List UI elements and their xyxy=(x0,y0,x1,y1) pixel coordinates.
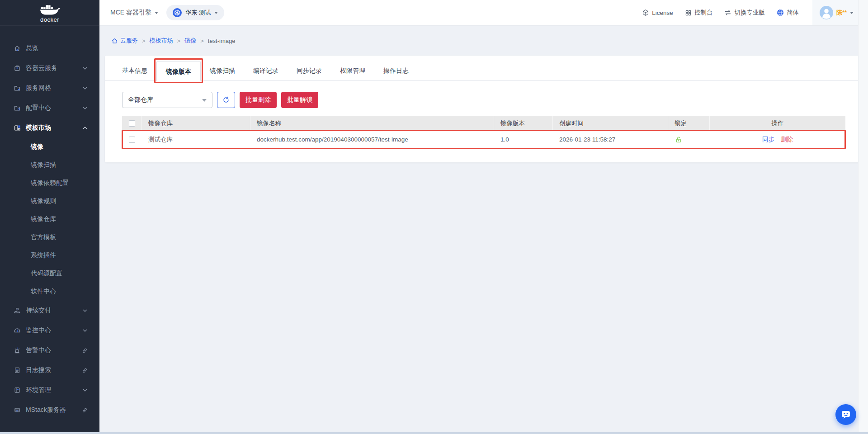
chevron-down-icon xyxy=(82,85,88,91)
cluster-selector[interactable]: 华东-测试 xyxy=(166,5,224,20)
batch-unlock-button[interactable]: 批量解锁 xyxy=(281,92,318,108)
select-all-checkbox[interactable] xyxy=(129,120,135,127)
refresh-icon xyxy=(222,96,230,104)
template-market-icon xyxy=(14,124,21,132)
breadcrumb-images-link[interactable]: 镜像 xyxy=(184,37,196,45)
sidebar-item-label: 持续交付 xyxy=(26,307,51,315)
license-icon xyxy=(642,9,649,16)
sidebar-item-images[interactable]: 镜像 xyxy=(0,138,99,156)
repo-filter-select[interactable]: 全部仓库 xyxy=(122,92,212,108)
console-grid-icon xyxy=(685,9,692,16)
sidebar-item-label: 监控中心 xyxy=(26,326,51,335)
table-header: 镜像仓库 镜像名称 镜像版本 创建时间 锁定 操作 xyxy=(122,116,845,131)
user-name: 陈** xyxy=(836,9,847,17)
tab-build-records[interactable]: 编译记录 xyxy=(244,61,288,80)
tab-bar: 基本信息 镜像版本 镜像扫描 编译记录 同步记录 权限管理 操作日志 xyxy=(105,56,863,81)
topbar: MCE 容器引擎 华东-测试 License xyxy=(99,0,868,26)
tab-operation-logs[interactable]: 操作日志 xyxy=(374,61,418,80)
language-button[interactable]: 简体 xyxy=(777,9,799,17)
sidebar-item-container-cloud[interactable]: 容器云服务 xyxy=(0,58,99,78)
sidebar-item-software-center[interactable]: 软件中心 xyxy=(0,283,99,301)
image-versions-table: 镜像仓库 镜像名称 镜像版本 创建时间 锁定 操作 测试仓库 dockerhub… xyxy=(122,116,845,149)
sidebar-item-label: 总览 xyxy=(26,44,38,52)
page: docker 总览 容器云服务 xyxy=(0,0,868,434)
tab-sync-records[interactable]: 同步记录 xyxy=(288,61,331,80)
sidebar-item-continuous-delivery[interactable]: 持续交付 xyxy=(0,301,99,321)
sidebar-item-image-dependency-config[interactable]: 镜像依赖配置 xyxy=(0,174,99,192)
product-switcher[interactable]: MCE 容器引擎 xyxy=(110,9,158,17)
chevron-down-icon xyxy=(82,308,88,313)
delete-link[interactable]: 删除 xyxy=(781,136,793,144)
docker-logo: docker xyxy=(0,0,99,26)
unlock-icon[interactable] xyxy=(675,136,683,144)
sidebar-item-config-center[interactable]: 配置中心 xyxy=(0,98,99,118)
chevron-down-icon xyxy=(155,12,158,16)
tab-image-scan[interactable]: 镜像扫描 xyxy=(201,61,244,80)
sidebar-item-system-plugins[interactable]: 系统插件 xyxy=(0,246,99,264)
tab-permission-management[interactable]: 权限管理 xyxy=(331,61,374,80)
tab-image-versions[interactable]: 镜像版本 xyxy=(156,61,201,81)
license-button[interactable]: License xyxy=(642,9,673,16)
docker-whale-icon xyxy=(40,3,60,17)
breadcrumb-separator: > xyxy=(177,38,181,44)
vertical-scrollbar[interactable] xyxy=(858,0,868,432)
batch-delete-button[interactable]: 批量删除 xyxy=(240,92,277,108)
breadcrumb-home-link[interactable]: 云服务 xyxy=(111,37,138,45)
sidebar-item-label: 镜像扫描 xyxy=(31,161,56,169)
sidebar: docker 总览 容器云服务 xyxy=(0,0,99,434)
chevron-up-icon xyxy=(82,125,88,131)
switch-pro-button[interactable]: 切换专业版 xyxy=(724,9,765,17)
cell-actions: 同步 删除 xyxy=(710,131,845,148)
sidebar-item-label: 软件中心 xyxy=(31,288,56,296)
tab-basic-info[interactable]: 基本信息 xyxy=(113,61,156,80)
sidebar-item-label: 代码源配置 xyxy=(31,269,62,278)
select-all-cell xyxy=(122,116,142,131)
sidebar-item-template-market[interactable]: 模板市场 xyxy=(0,118,99,138)
sidebar-item-monitor-center[interactable]: 监控中心 xyxy=(0,321,99,340)
sidebar-item-image-scan[interactable]: 镜像扫描 xyxy=(0,156,99,174)
chat-bubble-icon xyxy=(840,409,851,420)
sidebar-item-environment-management[interactable]: 环境管理 xyxy=(0,380,99,400)
main-area: MCE 容器引擎 华东-测试 License xyxy=(99,0,868,434)
sidebar-item-code-source-config[interactable]: 代码源配置 xyxy=(0,264,99,283)
globe-icon xyxy=(777,9,784,16)
kubernetes-icon xyxy=(173,8,182,17)
breadcrumb-separator: > xyxy=(200,38,204,44)
column-header-version: 镜像版本 xyxy=(494,116,553,131)
sidebar-item-label: 系统插件 xyxy=(31,251,56,259)
chat-support-button[interactable] xyxy=(835,404,856,425)
sidebar-item-log-search[interactable]: 日志搜索 xyxy=(0,360,99,380)
sync-link[interactable]: 同步 xyxy=(762,136,774,144)
chevron-down-icon xyxy=(202,99,207,104)
server-icon xyxy=(14,406,21,414)
sidebar-item-label: 容器云服务 xyxy=(26,64,57,72)
refresh-button[interactable] xyxy=(217,92,235,108)
sidebar-item-label: 镜像规则 xyxy=(31,197,56,205)
tab-panel-image-versions: 全部仓库 批量删除 批量解锁 xyxy=(105,81,863,149)
cell-version: 1.0 xyxy=(494,131,553,148)
mesh-folder-icon xyxy=(14,85,21,92)
switch-pro-label: 切换专业版 xyxy=(734,9,765,17)
toolbar: 全部仓库 批量删除 批量解锁 xyxy=(122,92,845,108)
sidebar-item-label: 配置中心 xyxy=(26,104,51,112)
cell-repo: 测试仓库 xyxy=(142,131,250,148)
sidebar-item-official-templates[interactable]: 官方模板 xyxy=(0,228,99,246)
row-checkbox[interactable] xyxy=(129,137,135,143)
console-button[interactable]: 控制台 xyxy=(685,9,713,17)
delivery-icon xyxy=(14,307,21,314)
sidebar-item-service-mesh[interactable]: 服务网格 xyxy=(0,78,99,98)
cell-created: 2026-01-23 11:58:27 xyxy=(553,131,668,148)
sidebar-item-alarm-center[interactable]: 告警中心 xyxy=(0,340,99,360)
repo-filter-value: 全部仓库 xyxy=(128,96,153,104)
sidebar-item-label: 镜像仓库 xyxy=(31,215,56,223)
breadcrumb-template-market-link[interactable]: 模板市场 xyxy=(150,37,173,45)
sidebar-item-overview[interactable]: 总览 xyxy=(0,38,99,58)
sidebar-item-image-rules[interactable]: 镜像规则 xyxy=(0,192,99,210)
external-link-icon xyxy=(82,407,88,413)
sidebar-item-image-repos[interactable]: 镜像仓库 xyxy=(0,210,99,228)
horizontal-scrollbar[interactable] xyxy=(0,432,868,434)
container-icon xyxy=(14,65,21,72)
product-label: MCE 容器引擎 xyxy=(110,9,151,17)
chevron-down-icon xyxy=(82,328,88,333)
sidebar-item-mstack-server[interactable]: MStack服务器 xyxy=(0,400,99,420)
